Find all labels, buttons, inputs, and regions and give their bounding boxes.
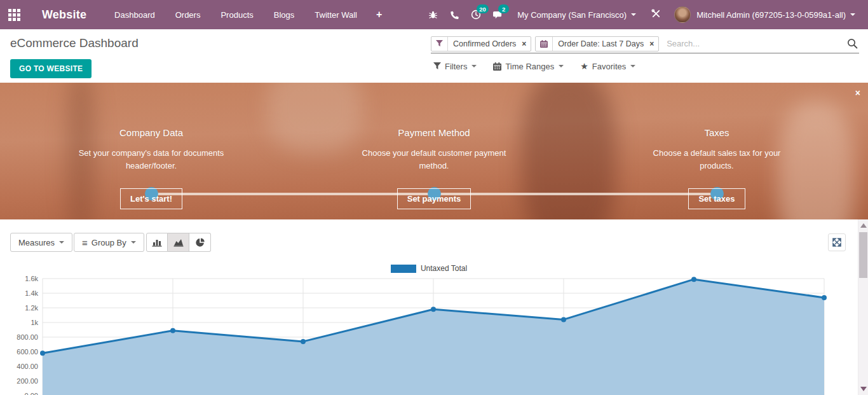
step-description: Choose a default sales tax for your prod… [637, 147, 797, 172]
user-avatar [674, 6, 691, 23]
expand-chart-button[interactable] [828, 233, 846, 251]
step-description: Set your company's data for documents he… [71, 147, 231, 172]
messages-button[interactable]: 2 [487, 0, 508, 29]
nav-item-twitter-wall[interactable]: Twitter Wall [304, 0, 367, 29]
svg-text:1.6k: 1.6k [25, 275, 38, 282]
company-switcher[interactable]: My Company (San Francisco) [508, 0, 645, 29]
svg-text:0.00: 0.00 [25, 392, 38, 395]
page-title: eCommerce Dashboard [10, 36, 139, 50]
set-taxes-button[interactable]: Set taxes [688, 188, 745, 209]
top-navbar: Website Dashboard Orders Products Blogs … [0, 0, 868, 29]
star-icon: ★ [580, 61, 588, 71]
svg-text:800.00: 800.00 [17, 333, 38, 341]
search-submit-button[interactable] [846, 38, 859, 49]
phone-button[interactable] [444, 0, 465, 29]
time-ranges-dropdown[interactable]: Time Ranges [493, 62, 564, 71]
chevron-down-icon [559, 65, 564, 67]
chevron-down-icon [59, 241, 64, 244]
filter-icon [433, 62, 441, 70]
apps-menu-button[interactable] [0, 0, 28, 29]
facet-label: Order Date: Last 7 Days [553, 37, 649, 51]
svg-text:1.4k: 1.4k [25, 289, 38, 297]
facet-remove-button[interactable]: × [521, 37, 531, 51]
banner-close-button[interactable]: × [855, 88, 860, 97]
go-to-website-button[interactable]: GO TO WEBSITE [10, 59, 92, 78]
step-title: Company Data [50, 127, 253, 138]
svg-text:200.00: 200.00 [17, 377, 38, 385]
graph-view: Measures ≡ Group By Untaxed Total [0, 219, 868, 395]
group-by-dropdown[interactable]: ≡ Group By [74, 233, 144, 252]
pie-chart-icon [195, 237, 205, 247]
svg-text:600.00: 600.00 [17, 348, 38, 356]
line-chart-button[interactable] [168, 233, 189, 252]
facet-remove-button[interactable]: × [649, 37, 658, 51]
filter-icon [431, 37, 448, 51]
search-facet-order-date[interactable]: Order Date: Last 7 Days × [535, 36, 659, 52]
svg-text:400.00: 400.00 [17, 363, 38, 370]
vertical-scrollbar[interactable] [858, 219, 868, 395]
time-ranges-label: Time Ranges [505, 62, 554, 71]
control-panel: eCommerce Dashboard GO TO WEBSITE Confir… [0, 29, 868, 83]
step-title: Taxes [615, 127, 818, 138]
group-by-label: Group By [92, 238, 126, 247]
nav-item-blogs[interactable]: Blogs [264, 0, 305, 29]
onboarding-step-payment-method: Payment Method Choose your default custo… [332, 127, 536, 209]
tools-button[interactable] [645, 0, 667, 29]
scroll-up-arrow-icon[interactable] [860, 223, 867, 228]
measures-dropdown[interactable]: Measures [10, 233, 72, 252]
untaxed-total-area-chart: 1.6k1.4k1.2k1k800.00600.00400.00200.000.… [0, 274, 858, 395]
navbar-right: 20 2 My Company (San Francisco) Mitchell… [422, 0, 868, 29]
bug-icon [428, 10, 438, 20]
facet-label: Confirmed Orders [448, 37, 521, 51]
calendar-icon [536, 37, 553, 51]
phone-icon [450, 10, 459, 19]
app-brand[interactable]: Website [42, 8, 86, 22]
set-payments-button[interactable]: Set payments [397, 188, 471, 209]
chart-legend[interactable]: Untaxed Total [0, 264, 858, 273]
message-count-badge: 2 [498, 4, 509, 13]
company-name: My Company (San Francisco) [517, 10, 627, 20]
nav-item-dashboard[interactable]: Dashboard [104, 0, 165, 29]
new-content-plus-button[interactable]: + [367, 0, 391, 29]
lets-start-button[interactable]: Let's start! [120, 188, 182, 209]
calendar-icon [493, 62, 501, 71]
search-facet-confirmed-orders[interactable]: Confirmed Orders × [431, 36, 531, 52]
step-title: Payment Method [332, 127, 536, 138]
main-menu: Dashboard Orders Products Blogs Twitter … [104, 0, 391, 29]
arrows-expand-icon [832, 238, 841, 247]
apps-grid-icon [8, 9, 20, 21]
onboarding-step-taxes: Taxes Choose a default sales tax for you… [615, 127, 818, 209]
chevron-down-icon [630, 65, 635, 67]
scroll-down-arrow-icon[interactable] [860, 387, 867, 391]
onboarding-banner: × Company Data Set your company's data f… [0, 83, 868, 219]
onboarding-step-company-data: Company Data Set your company's data for… [50, 127, 253, 209]
legend-label: Untaxed Total [421, 264, 467, 273]
list-icon: ≡ [82, 237, 88, 248]
search-icon [847, 38, 858, 49]
legend-swatch [391, 265, 416, 273]
search-bar: Confirmed Orders × Order Date: Last 7 Da… [431, 34, 859, 53]
search-input[interactable] [663, 39, 846, 48]
chevron-down-icon [471, 65, 477, 67]
chevron-down-icon [631, 13, 636, 16]
tools-icon [651, 9, 661, 21]
filters-label: Filters [445, 62, 467, 71]
website-dashboard-screen: Website Dashboard Orders Products Blogs … [0, 0, 868, 395]
chevron-down-icon [850, 13, 855, 16]
nav-item-products[interactable]: Products [210, 0, 263, 29]
filters-dropdown[interactable]: Filters [433, 62, 477, 71]
step-description: Choose your default customer payment met… [354, 147, 514, 172]
chevron-down-icon [131, 241, 136, 244]
bar-chart-button[interactable] [146, 233, 168, 252]
pie-chart-button[interactable] [189, 233, 211, 252]
user-name: Mitchell Admin (697205-13-0-0599a1-all) [696, 10, 846, 20]
svg-text:1k: 1k [31, 319, 38, 326]
user-menu[interactable]: Mitchell Admin (697205-13-0-0599a1-all) [667, 0, 859, 29]
scrollbar-thumb[interactable] [859, 232, 867, 278]
chart-type-switcher [146, 233, 211, 252]
activities-button[interactable]: 20 [465, 0, 487, 29]
debug-bug-button[interactable] [422, 0, 444, 29]
nav-item-orders[interactable]: Orders [165, 0, 211, 29]
search-filter-menus: Filters Time Ranges ★ Favorites [433, 61, 652, 71]
favorites-dropdown[interactable]: ★ Favorites [580, 61, 635, 71]
